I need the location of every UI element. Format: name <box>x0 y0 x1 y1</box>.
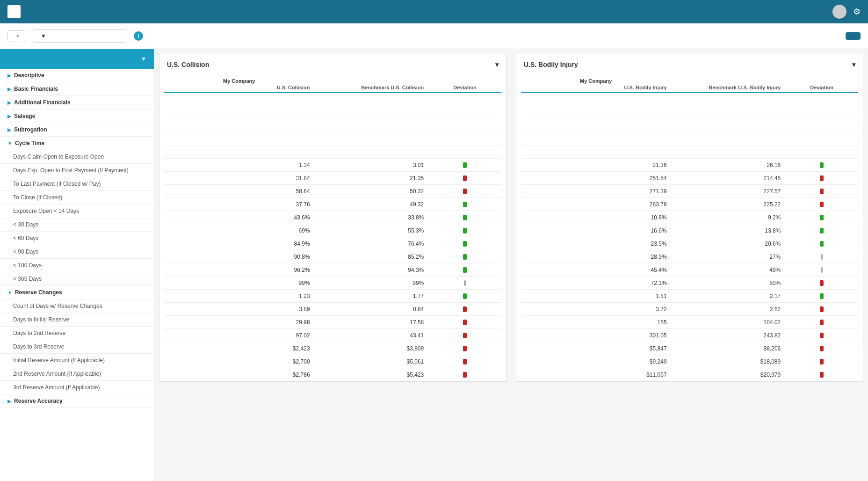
user-avatar[interactable] <box>832 5 846 19</box>
sidebar-item-subrogation[interactable]: ▶ Subrogation <box>0 123 154 137</box>
deviation-cell <box>785 345 858 352</box>
deviation-cell <box>785 266 858 274</box>
deviation-cell <box>428 266 501 274</box>
deviation-cell <box>428 122 501 130</box>
collision-company-label: My Company <box>164 78 314 84</box>
sidebar-item-less-180[interactable]: < 180 Days <box>0 259 154 272</box>
arrow-right-icon: ▶ <box>7 87 11 92</box>
deviation-cell <box>428 279 501 287</box>
chevron-down-icon[interactable]: ▾ <box>495 61 499 68</box>
sidebar-item-days-exp-open[interactable]: Days Exp. Open to First Payment (If Paym… <box>0 164 154 177</box>
arrow-down-icon: ▼ <box>7 141 12 146</box>
deviation-cell <box>428 148 501 156</box>
bi-data-rows: 21.3626.16251.54214.45271.39227.57263.78… <box>521 93 858 381</box>
deviation-cell <box>785 109 858 117</box>
sidebar-item-reserve-accuracy[interactable]: ▶ Reserve Accuracy <box>0 394 154 408</box>
deviation-cell <box>785 306 858 313</box>
table-row: 23.5%20.6% <box>521 237 858 250</box>
deviation-cell <box>428 292 501 300</box>
collision-panel: U.S. Collision ▾ My Company U.S. Collisi… <box>159 54 506 382</box>
table-row: 155104.02 <box>521 316 858 329</box>
content-area: U.S. Collision ▾ My Company U.S. Collisi… <box>154 49 868 481</box>
table-row <box>521 106 858 119</box>
sidebar-item-3rd-reserve-amount[interactable]: 3rd Reserve Amount (If Applicable) <box>0 381 154 394</box>
chevron-down-icon[interactable]: ▾ <box>852 61 855 68</box>
header-right: ⚙ <box>832 5 861 19</box>
app-logo <box>7 5 21 18</box>
collision-benchmark-label <box>314 78 426 84</box>
table-row <box>164 106 501 119</box>
sidebar-header: ▼ <box>0 49 154 69</box>
sidebar-item-cycle-time[interactable]: ▼ Cycle Time <box>0 137 154 150</box>
collision-panel-header: U.S. Collision ▾ <box>159 54 506 75</box>
scenario-select[interactable]: ▼ <box>33 29 126 43</box>
table-row <box>521 132 858 146</box>
deviation-cell <box>428 332 501 339</box>
deviation-cell <box>428 214 501 221</box>
sidebar-item-2nd-reserve-amount[interactable]: 2nd Reserve Amount (If Applicable) <box>0 367 154 381</box>
arrow-right-icon: ▶ <box>7 73 11 78</box>
sidebar-item-descriptive[interactable]: ▶ Descriptive <box>0 69 154 82</box>
sidebar-item-less-365[interactable]: < 365 Days <box>0 272 154 286</box>
sidebar-item-reserve-changes[interactable]: ▼ Reserve Changes <box>0 286 154 299</box>
sidebar-item-less-30[interactable]: < 30 Days <box>0 218 154 232</box>
sidebar-item-exposure-open-14[interactable]: Exposure Open < 14 Days <box>0 204 154 218</box>
table-row: 72.1%80% <box>521 277 858 290</box>
sidebar-item-additional-financials[interactable]: ▶ Additional Financials <box>0 96 154 109</box>
info-icon[interactable]: i <box>134 31 143 41</box>
chevron-down-icon: ▼ <box>41 33 46 39</box>
arrow-right-icon: ▶ <box>7 100 11 105</box>
table-row <box>164 93 501 106</box>
table-row: 37.7649.32 <box>164 198 501 211</box>
settings-icon[interactable]: ⚙ <box>853 7 861 17</box>
header-left <box>7 5 24 18</box>
table-row: 29.9817.58 <box>164 316 501 329</box>
table-row <box>164 132 501 146</box>
chevron-down-icon[interactable]: ▼ <box>141 56 146 62</box>
deviation-cell <box>785 371 858 379</box>
deviation-cell <box>785 96 858 103</box>
sidebar-item-salvage[interactable]: ▶ Salvage <box>0 109 154 123</box>
bi-company-label: My Company <box>521 78 671 84</box>
table-row <box>521 146 858 159</box>
table-row: $5,847$8,206 <box>521 342 858 355</box>
sidebar-item-less-90[interactable]: < 90 Days <box>0 245 154 259</box>
sidebar-item-days-initial-reserve[interactable]: Days to Initial Reserve <box>0 313 154 327</box>
table-row: 96.2%94.3% <box>164 263 501 277</box>
deviation-cell <box>785 188 858 195</box>
sidebar-item-days-2nd-reserve[interactable]: Days to 2nd Reserve <box>0 327 154 340</box>
col-deviation: Deviation <box>428 85 501 90</box>
table-row: $2,786$5,423 <box>164 368 501 381</box>
table-row: 251.54214.45 <box>521 172 858 185</box>
deviation-cell <box>785 161 858 169</box>
deviation-cell <box>428 306 501 313</box>
table-row: $2,700$5,061 <box>164 355 501 368</box>
deviation-cell <box>785 148 858 156</box>
sidebar-item-days-3rd-reserve[interactable]: Days to 3rd Reserve <box>0 340 154 354</box>
toolbar: ▼ ▼ i <box>0 23 868 49</box>
deviation-cell <box>428 371 501 379</box>
bi-col-my-company: U.S. Bodily Injury <box>521 85 672 90</box>
view-edit-select[interactable]: ▼ <box>7 30 25 42</box>
table-row: $9,249$18,089 <box>521 355 858 368</box>
deviation-cell <box>428 319 501 326</box>
view-scenario-button[interactable] <box>846 32 861 40</box>
sidebar-item-days-claim-open[interactable]: Days Claim Open to Exposure Open <box>0 150 154 164</box>
sidebar-item-basic-financials[interactable]: ▶ Basic Financials <box>0 82 154 96</box>
deviation-cell <box>428 109 501 117</box>
table-row: 90.8%85.2% <box>164 250 501 263</box>
col-benchmark: Benchmark U.S. Collision <box>315 85 429 90</box>
sidebar-item-to-last-payment[interactable]: To Last Payment (If Closed w/ Pay) <box>0 177 154 191</box>
sidebar-item-initial-reserve-amount[interactable]: Initial Reserve Amount (If Applicable) <box>0 354 154 367</box>
table-row: 301.05243.82 <box>521 329 858 342</box>
deviation-cell <box>785 135 858 143</box>
sidebar-item-to-close[interactable]: To Close (If Closed) <box>0 191 154 204</box>
table-row: 21.3626.16 <box>521 159 858 172</box>
deviation-cell <box>785 201 858 208</box>
arrow-right-icon: ▶ <box>7 127 11 132</box>
sidebar-item-less-60[interactable]: < 60 Days <box>0 232 154 245</box>
deviation-cell <box>428 227 501 234</box>
chevron-down-icon: ▼ <box>15 34 20 39</box>
table-row: 1.812.17 <box>521 290 858 303</box>
sidebar-item-count-days-reserve[interactable]: Count of Days w/ Reserve Changes <box>0 299 154 313</box>
